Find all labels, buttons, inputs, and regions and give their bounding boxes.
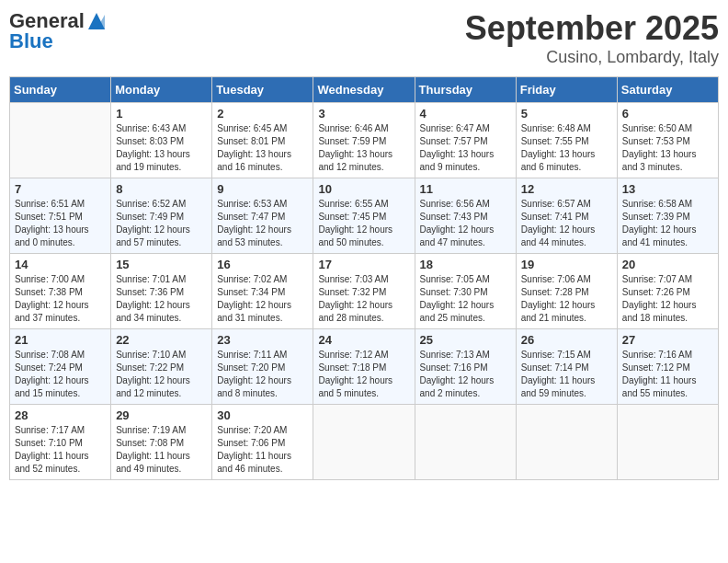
calendar-cell: [617, 405, 718, 480]
day-number: 16: [217, 258, 308, 271]
day-number: 7: [15, 182, 106, 196]
calendar-week-0: 1Sunrise: 6:43 AMSunset: 8:03 PMDaylight…: [10, 103, 719, 178]
day-info: Sunrise: 6:51 AMSunset: 7:51 PMDaylight:…: [15, 198, 106, 249]
day-number: 5: [521, 107, 612, 121]
page-header: General Blue September 2025 Cusino, Lomb…: [9, 9, 719, 67]
day-number: 10: [318, 182, 409, 196]
day-header-saturday: Saturday: [617, 77, 718, 103]
day-header-wednesday: Wednesday: [313, 77, 415, 103]
calendar-cell: 20Sunrise: 7:07 AMSunset: 7:26 PMDayligh…: [617, 254, 718, 329]
calendar-week-1: 7Sunrise: 6:51 AMSunset: 7:51 PMDaylight…: [10, 178, 719, 254]
calendar-week-2: 14Sunrise: 7:00 AMSunset: 7:38 PMDayligh…: [10, 254, 719, 329]
logo-blue-label: Blue: [9, 29, 53, 53]
day-info: Sunrise: 6:56 AMSunset: 7:43 PMDaylight:…: [420, 198, 511, 249]
day-info: Sunrise: 7:05 AMSunset: 7:30 PMDaylight:…: [420, 273, 511, 325]
calendar-cell: 21Sunrise: 7:08 AMSunset: 7:24 PMDayligh…: [10, 329, 111, 405]
day-header-friday: Friday: [516, 77, 617, 103]
day-info: Sunrise: 7:07 AMSunset: 7:26 PMDaylight:…: [622, 273, 713, 325]
calendar-table: SundayMondayTuesdayWednesdayThursdayFrid…: [9, 76, 719, 480]
calendar-cell: 4Sunrise: 6:47 AMSunset: 7:57 PMDaylight…: [415, 103, 516, 178]
logo: General Blue: [9, 9, 107, 53]
calendar-cell: 6Sunrise: 6:50 AMSunset: 7:53 PMDaylight…: [617, 103, 718, 178]
calendar-cell: 17Sunrise: 7:03 AMSunset: 7:32 PMDayligh…: [313, 254, 415, 329]
calendar-cell: 16Sunrise: 7:02 AMSunset: 7:34 PMDayligh…: [212, 254, 313, 329]
day-number: 12: [521, 182, 612, 196]
day-number: 26: [521, 333, 612, 347]
day-info: Sunrise: 7:20 AMSunset: 7:06 PMDaylight:…: [217, 424, 308, 476]
location-title: Cusino, Lombardy, Italy: [465, 48, 719, 67]
calendar-cell: 26Sunrise: 7:15 AMSunset: 7:14 PMDayligh…: [516, 329, 617, 405]
day-number: 8: [116, 182, 207, 196]
calendar-cell: 10Sunrise: 6:55 AMSunset: 7:45 PMDayligh…: [313, 178, 415, 254]
calendar-cell: 3Sunrise: 6:46 AMSunset: 7:59 PMDaylight…: [313, 103, 415, 178]
day-info: Sunrise: 6:43 AMSunset: 8:03 PMDaylight:…: [116, 122, 207, 174]
day-info: Sunrise: 7:02 AMSunset: 7:34 PMDaylight:…: [217, 273, 308, 325]
day-number: 11: [420, 182, 511, 196]
calendar-cell: 8Sunrise: 6:52 AMSunset: 7:49 PMDaylight…: [111, 178, 212, 254]
calendar-cell: 12Sunrise: 6:57 AMSunset: 7:41 PMDayligh…: [516, 178, 617, 254]
day-number: 29: [116, 408, 207, 422]
day-number: 14: [15, 258, 106, 271]
calendar-cell: [516, 405, 617, 480]
calendar-cell: 23Sunrise: 7:11 AMSunset: 7:20 PMDayligh…: [212, 329, 313, 405]
day-info: Sunrise: 7:19 AMSunset: 7:08 PMDaylight:…: [116, 424, 207, 476]
day-info: Sunrise: 7:03 AMSunset: 7:32 PMDaylight:…: [318, 273, 409, 325]
day-info: Sunrise: 6:50 AMSunset: 7:53 PMDaylight:…: [622, 122, 713, 174]
header-row: SundayMondayTuesdayWednesdayThursdayFrid…: [10, 77, 719, 103]
calendar-cell: 5Sunrise: 6:48 AMSunset: 7:55 PMDaylight…: [516, 103, 617, 178]
calendar-cell: [313, 405, 415, 480]
day-info: Sunrise: 7:06 AMSunset: 7:28 PMDaylight:…: [521, 273, 612, 325]
day-info: Sunrise: 6:48 AMSunset: 7:55 PMDaylight:…: [521, 122, 612, 174]
calendar-cell: 7Sunrise: 6:51 AMSunset: 7:51 PMDaylight…: [10, 178, 111, 254]
day-info: Sunrise: 7:10 AMSunset: 7:22 PMDaylight:…: [116, 349, 207, 400]
calendar-week-3: 21Sunrise: 7:08 AMSunset: 7:24 PMDayligh…: [10, 329, 719, 405]
day-info: Sunrise: 6:46 AMSunset: 7:59 PMDaylight:…: [318, 122, 409, 174]
day-number: 13: [622, 182, 713, 196]
day-number: 28: [15, 408, 106, 422]
calendar-cell: 19Sunrise: 7:06 AMSunset: 7:28 PMDayligh…: [516, 254, 617, 329]
calendar-cell: 1Sunrise: 6:43 AMSunset: 8:03 PMDaylight…: [111, 103, 212, 178]
day-info: Sunrise: 7:08 AMSunset: 7:24 PMDaylight:…: [15, 349, 106, 400]
calendar-cell: 9Sunrise: 6:53 AMSunset: 7:47 PMDaylight…: [212, 178, 313, 254]
logo-icon: [86, 11, 107, 31]
day-info: Sunrise: 6:53 AMSunset: 7:47 PMDaylight:…: [217, 198, 308, 249]
calendar-cell: 22Sunrise: 7:10 AMSunset: 7:22 PMDayligh…: [111, 329, 212, 405]
day-info: Sunrise: 7:17 AMSunset: 7:10 PMDaylight:…: [15, 424, 106, 476]
day-number: 20: [622, 258, 713, 271]
day-info: Sunrise: 6:57 AMSunset: 7:41 PMDaylight:…: [521, 198, 612, 249]
day-number: 30: [217, 408, 308, 422]
calendar-cell: 13Sunrise: 6:58 AMSunset: 7:39 PMDayligh…: [617, 178, 718, 254]
day-number: 18: [420, 258, 511, 271]
day-number: 15: [116, 258, 207, 271]
calendar-cell: 28Sunrise: 7:17 AMSunset: 7:10 PMDayligh…: [10, 405, 111, 480]
calendar-cell: 25Sunrise: 7:13 AMSunset: 7:16 PMDayligh…: [415, 329, 516, 405]
day-info: Sunrise: 7:12 AMSunset: 7:18 PMDaylight:…: [318, 349, 409, 400]
day-header-thursday: Thursday: [415, 77, 516, 103]
day-info: Sunrise: 6:52 AMSunset: 7:49 PMDaylight:…: [116, 198, 207, 249]
day-number: 25: [420, 333, 511, 347]
month-title: September 2025: [465, 9, 719, 48]
day-info: Sunrise: 6:47 AMSunset: 7:57 PMDaylight:…: [420, 122, 511, 174]
calendar-cell: 30Sunrise: 7:20 AMSunset: 7:06 PMDayligh…: [212, 405, 313, 480]
day-header-tuesday: Tuesday: [212, 77, 313, 103]
day-info: Sunrise: 6:58 AMSunset: 7:39 PMDaylight:…: [622, 198, 713, 249]
day-number: 19: [521, 258, 612, 271]
day-info: Sunrise: 7:01 AMSunset: 7:36 PMDaylight:…: [116, 273, 207, 325]
day-info: Sunrise: 7:16 AMSunset: 7:12 PMDaylight:…: [622, 349, 713, 400]
day-number: 3: [318, 107, 409, 121]
day-info: Sunrise: 6:45 AMSunset: 8:01 PMDaylight:…: [217, 122, 308, 174]
day-info: Sunrise: 7:13 AMSunset: 7:16 PMDaylight:…: [420, 349, 511, 400]
day-number: 6: [622, 107, 713, 121]
day-info: Sunrise: 6:55 AMSunset: 7:45 PMDaylight:…: [318, 198, 409, 249]
calendar-cell: 18Sunrise: 7:05 AMSunset: 7:30 PMDayligh…: [415, 254, 516, 329]
day-number: 24: [318, 333, 409, 347]
calendar-cell: 14Sunrise: 7:00 AMSunset: 7:38 PMDayligh…: [10, 254, 111, 329]
day-number: 9: [217, 182, 308, 196]
day-number: 22: [116, 333, 207, 347]
calendar-body: 1Sunrise: 6:43 AMSunset: 8:03 PMDaylight…: [10, 103, 719, 480]
day-info: Sunrise: 7:00 AMSunset: 7:38 PMDaylight:…: [15, 273, 106, 325]
day-number: 4: [420, 107, 511, 121]
title-block: September 2025 Cusino, Lombardy, Italy: [465, 9, 719, 67]
calendar-cell: 29Sunrise: 7:19 AMSunset: 7:08 PMDayligh…: [111, 405, 212, 480]
day-header-sunday: Sunday: [10, 77, 111, 103]
